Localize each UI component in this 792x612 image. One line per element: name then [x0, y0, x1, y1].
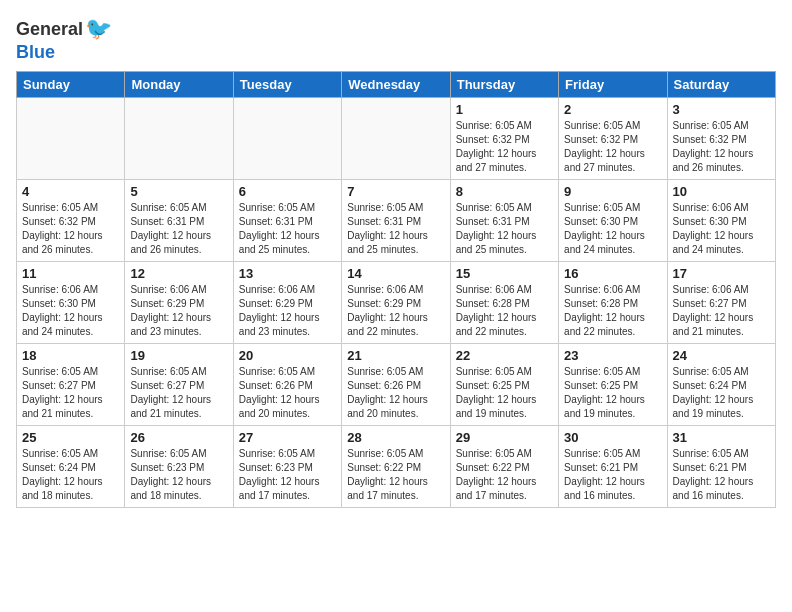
day-info: Sunrise: 6:05 AM Sunset: 6:26 PM Dayligh… — [347, 365, 444, 421]
calendar-cell: 7Sunrise: 6:05 AM Sunset: 6:31 PM Daylig… — [342, 180, 450, 262]
day-number: 18 — [22, 348, 119, 363]
weekday-header-wednesday: Wednesday — [342, 72, 450, 98]
day-info: Sunrise: 6:05 AM Sunset: 6:24 PM Dayligh… — [673, 365, 770, 421]
day-number: 4 — [22, 184, 119, 199]
day-info: Sunrise: 6:05 AM Sunset: 6:23 PM Dayligh… — [130, 447, 227, 503]
day-number: 16 — [564, 266, 661, 281]
day-info: Sunrise: 6:05 AM Sunset: 6:32 PM Dayligh… — [456, 119, 553, 175]
calendar-cell: 17Sunrise: 6:06 AM Sunset: 6:27 PM Dayli… — [667, 262, 775, 344]
day-number: 7 — [347, 184, 444, 199]
calendar-table: SundayMondayTuesdayWednesdayThursdayFrid… — [16, 71, 776, 508]
day-number: 8 — [456, 184, 553, 199]
day-info: Sunrise: 6:05 AM Sunset: 6:31 PM Dayligh… — [130, 201, 227, 257]
calendar-cell: 25Sunrise: 6:05 AM Sunset: 6:24 PM Dayli… — [17, 426, 125, 508]
day-number: 17 — [673, 266, 770, 281]
day-number: 29 — [456, 430, 553, 445]
day-info: Sunrise: 6:05 AM Sunset: 6:27 PM Dayligh… — [130, 365, 227, 421]
day-info: Sunrise: 6:05 AM Sunset: 6:22 PM Dayligh… — [456, 447, 553, 503]
calendar-cell — [125, 98, 233, 180]
day-number: 6 — [239, 184, 336, 199]
day-info: Sunrise: 6:05 AM Sunset: 6:25 PM Dayligh… — [564, 365, 661, 421]
calendar-cell: 19Sunrise: 6:05 AM Sunset: 6:27 PM Dayli… — [125, 344, 233, 426]
calendar-cell: 18Sunrise: 6:05 AM Sunset: 6:27 PM Dayli… — [17, 344, 125, 426]
calendar-week-2: 4Sunrise: 6:05 AM Sunset: 6:32 PM Daylig… — [17, 180, 776, 262]
day-number: 25 — [22, 430, 119, 445]
day-info: Sunrise: 6:06 AM Sunset: 6:29 PM Dayligh… — [130, 283, 227, 339]
day-number: 30 — [564, 430, 661, 445]
calendar-cell: 4Sunrise: 6:05 AM Sunset: 6:32 PM Daylig… — [17, 180, 125, 262]
day-info: Sunrise: 6:06 AM Sunset: 6:27 PM Dayligh… — [673, 283, 770, 339]
day-number: 3 — [673, 102, 770, 117]
day-info: Sunrise: 6:06 AM Sunset: 6:30 PM Dayligh… — [22, 283, 119, 339]
day-info: Sunrise: 6:05 AM Sunset: 6:24 PM Dayligh… — [22, 447, 119, 503]
day-number: 23 — [564, 348, 661, 363]
weekday-header-friday: Friday — [559, 72, 667, 98]
day-info: Sunrise: 6:05 AM Sunset: 6:22 PM Dayligh… — [347, 447, 444, 503]
day-info: Sunrise: 6:06 AM Sunset: 6:29 PM Dayligh… — [347, 283, 444, 339]
calendar-week-5: 25Sunrise: 6:05 AM Sunset: 6:24 PM Dayli… — [17, 426, 776, 508]
calendar-cell — [233, 98, 341, 180]
calendar-cell: 3Sunrise: 6:05 AM Sunset: 6:32 PM Daylig… — [667, 98, 775, 180]
weekday-header-saturday: Saturday — [667, 72, 775, 98]
day-info: Sunrise: 6:05 AM Sunset: 6:31 PM Dayligh… — [456, 201, 553, 257]
calendar-cell: 23Sunrise: 6:05 AM Sunset: 6:25 PM Dayli… — [559, 344, 667, 426]
calendar-week-4: 18Sunrise: 6:05 AM Sunset: 6:27 PM Dayli… — [17, 344, 776, 426]
day-number: 24 — [673, 348, 770, 363]
day-info: Sunrise: 6:05 AM Sunset: 6:21 PM Dayligh… — [564, 447, 661, 503]
day-number: 5 — [130, 184, 227, 199]
day-number: 31 — [673, 430, 770, 445]
logo-blue-text: Blue — [16, 42, 55, 63]
day-info: Sunrise: 6:05 AM Sunset: 6:31 PM Dayligh… — [347, 201, 444, 257]
calendar-cell: 29Sunrise: 6:05 AM Sunset: 6:22 PM Dayli… — [450, 426, 558, 508]
calendar-cell: 31Sunrise: 6:05 AM Sunset: 6:21 PM Dayli… — [667, 426, 775, 508]
day-number: 13 — [239, 266, 336, 281]
calendar-cell: 14Sunrise: 6:06 AM Sunset: 6:29 PM Dayli… — [342, 262, 450, 344]
logo-general-text: General — [16, 19, 83, 40]
calendar-cell: 6Sunrise: 6:05 AM Sunset: 6:31 PM Daylig… — [233, 180, 341, 262]
day-number: 21 — [347, 348, 444, 363]
day-number: 20 — [239, 348, 336, 363]
calendar-week-1: 1Sunrise: 6:05 AM Sunset: 6:32 PM Daylig… — [17, 98, 776, 180]
logo-bird-icon: 🐦 — [85, 16, 112, 42]
day-info: Sunrise: 6:06 AM Sunset: 6:30 PM Dayligh… — [673, 201, 770, 257]
day-info: Sunrise: 6:05 AM Sunset: 6:31 PM Dayligh… — [239, 201, 336, 257]
day-number: 10 — [673, 184, 770, 199]
day-number: 11 — [22, 266, 119, 281]
day-number: 12 — [130, 266, 227, 281]
calendar-cell: 12Sunrise: 6:06 AM Sunset: 6:29 PM Dayli… — [125, 262, 233, 344]
calendar-cell: 15Sunrise: 6:06 AM Sunset: 6:28 PM Dayli… — [450, 262, 558, 344]
calendar-cell: 8Sunrise: 6:05 AM Sunset: 6:31 PM Daylig… — [450, 180, 558, 262]
day-info: Sunrise: 6:05 AM Sunset: 6:30 PM Dayligh… — [564, 201, 661, 257]
calendar-cell — [342, 98, 450, 180]
weekday-header-thursday: Thursday — [450, 72, 558, 98]
calendar-cell: 20Sunrise: 6:05 AM Sunset: 6:26 PM Dayli… — [233, 344, 341, 426]
calendar-cell: 10Sunrise: 6:06 AM Sunset: 6:30 PM Dayli… — [667, 180, 775, 262]
calendar-cell: 21Sunrise: 6:05 AM Sunset: 6:26 PM Dayli… — [342, 344, 450, 426]
day-number: 9 — [564, 184, 661, 199]
calendar-cell: 1Sunrise: 6:05 AM Sunset: 6:32 PM Daylig… — [450, 98, 558, 180]
calendar-cell: 9Sunrise: 6:05 AM Sunset: 6:30 PM Daylig… — [559, 180, 667, 262]
day-info: Sunrise: 6:05 AM Sunset: 6:32 PM Dayligh… — [22, 201, 119, 257]
day-info: Sunrise: 6:05 AM Sunset: 6:32 PM Dayligh… — [564, 119, 661, 175]
calendar-cell: 27Sunrise: 6:05 AM Sunset: 6:23 PM Dayli… — [233, 426, 341, 508]
day-info: Sunrise: 6:05 AM Sunset: 6:25 PM Dayligh… — [456, 365, 553, 421]
calendar-cell: 11Sunrise: 6:06 AM Sunset: 6:30 PM Dayli… — [17, 262, 125, 344]
day-number: 28 — [347, 430, 444, 445]
calendar-cell — [17, 98, 125, 180]
calendar-cell: 13Sunrise: 6:06 AM Sunset: 6:29 PM Dayli… — [233, 262, 341, 344]
calendar-cell: 5Sunrise: 6:05 AM Sunset: 6:31 PM Daylig… — [125, 180, 233, 262]
calendar-cell: 24Sunrise: 6:05 AM Sunset: 6:24 PM Dayli… — [667, 344, 775, 426]
day-info: Sunrise: 6:05 AM Sunset: 6:32 PM Dayligh… — [673, 119, 770, 175]
day-info: Sunrise: 6:05 AM Sunset: 6:27 PM Dayligh… — [22, 365, 119, 421]
weekday-header-tuesday: Tuesday — [233, 72, 341, 98]
day-info: Sunrise: 6:05 AM Sunset: 6:23 PM Dayligh… — [239, 447, 336, 503]
day-number: 27 — [239, 430, 336, 445]
calendar-week-3: 11Sunrise: 6:06 AM Sunset: 6:30 PM Dayli… — [17, 262, 776, 344]
calendar-cell: 2Sunrise: 6:05 AM Sunset: 6:32 PM Daylig… — [559, 98, 667, 180]
day-number: 2 — [564, 102, 661, 117]
day-number: 19 — [130, 348, 227, 363]
logo: General 🐦 Blue — [16, 16, 112, 63]
day-info: Sunrise: 6:06 AM Sunset: 6:28 PM Dayligh… — [564, 283, 661, 339]
calendar-cell: 22Sunrise: 6:05 AM Sunset: 6:25 PM Dayli… — [450, 344, 558, 426]
day-number: 14 — [347, 266, 444, 281]
